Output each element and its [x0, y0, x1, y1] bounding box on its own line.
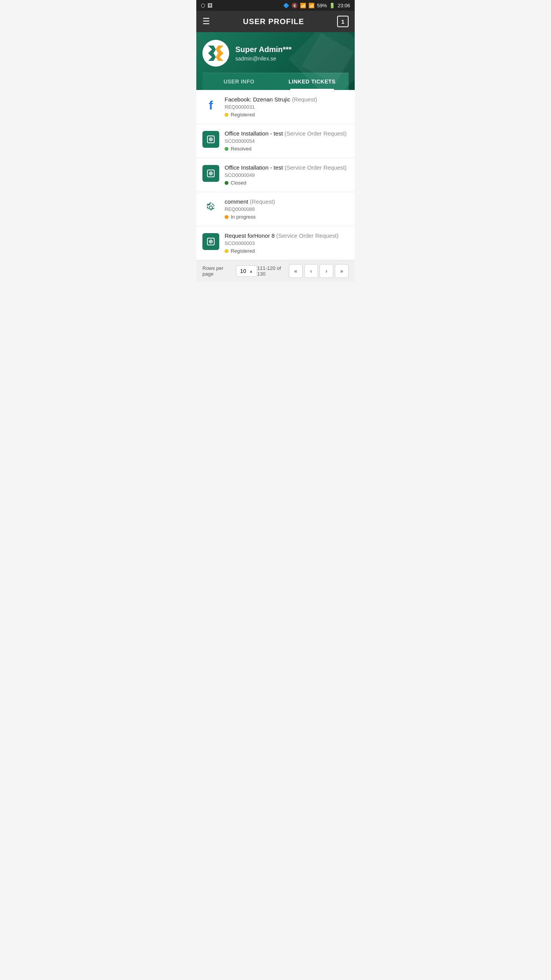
profile-info: Super Admin*** sadmin@nilex.se: [202, 40, 349, 67]
profile-text: Super Admin*** sadmin@nilex.se: [235, 45, 292, 62]
status-right-icons: 🔷 🔇 📶 📶 59% 🔋 23:06: [283, 3, 350, 8]
app-icon-2: 🖼: [207, 3, 212, 8]
ticket-id: REQ0000031: [225, 104, 349, 110]
rows-per-page-select[interactable]: 10 ▲: [236, 265, 257, 277]
app-bar: ☰ USER PROFILE 1: [196, 11, 355, 32]
service-order-icon: [202, 165, 219, 182]
list-item[interactable]: Request forHonor 8 (Service Order Reques…: [196, 226, 355, 260]
profile-name: Super Admin***: [235, 45, 292, 54]
wifi-icon: 📶: [300, 3, 306, 8]
rows-value: 10: [240, 268, 246, 274]
tabs: USER INFO LINKED TICKETS: [202, 73, 349, 90]
ticket-content: comment (Request) REQ0000089 In progress: [225, 198, 349, 220]
ticket-content: Office Installation - test (Service Orde…: [225, 164, 349, 186]
prev-page-button[interactable]: ‹: [304, 264, 318, 278]
app-bar-title: USER PROFILE: [243, 17, 304, 26]
ticket-title: Office Installation - test (Service Orde…: [225, 130, 349, 137]
mute-icon: 🔇: [292, 3, 298, 8]
next-page-button[interactable]: ›: [320, 264, 333, 278]
rows-per-page: Rows per page 10 ▲: [202, 265, 257, 277]
status-dot: [225, 113, 228, 117]
ticket-status: Resolved: [225, 146, 349, 152]
rows-per-page-label: Rows per page: [202, 265, 233, 277]
status-label: Registered: [231, 112, 255, 118]
ticket-list: f Facebook: Dzenan Strujic (Request) REQ…: [196, 90, 355, 260]
list-item[interactable]: Office Installation - test (Service Orde…: [196, 158, 355, 192]
status-label: Resolved: [231, 146, 251, 152]
status-dot: [225, 181, 228, 185]
status-label: Closed: [231, 180, 246, 186]
rows-arrow-icon: ▲: [249, 269, 253, 273]
pagination-buttons: « ‹ › »: [289, 264, 349, 278]
svg-point-13: [210, 241, 212, 242]
status-label: Registered: [231, 248, 255, 254]
battery-icon: 🔋: [329, 3, 335, 8]
status-bar: ⬡ 🖼 🔷 🔇 📶 📶 59% 🔋 23:06: [196, 0, 355, 11]
profile-email: sadmin@nilex.se: [235, 56, 292, 62]
status-left-icons: ⬡ 🖼: [201, 3, 212, 8]
ticket-title: Request forHonor 8 (Service Order Reques…: [225, 232, 349, 239]
tab-linked-tickets[interactable]: LINKED TICKETS: [276, 73, 349, 90]
ticket-title: comment (Request): [225, 198, 349, 205]
ticket-status: In progress: [225, 214, 349, 220]
ticket-content: Request forHonor 8 (Service Order Reques…: [225, 232, 349, 254]
list-item[interactable]: f Facebook: Dzenan Strujic (Request) REQ…: [196, 90, 355, 124]
last-page-button[interactable]: »: [335, 264, 349, 278]
app-icon-1: ⬡: [201, 3, 205, 8]
service-order-icon: [202, 131, 219, 148]
tab-user-info[interactable]: USER INFO: [202, 73, 276, 90]
status-dot: [225, 215, 228, 219]
avatar: [202, 40, 229, 67]
svg-point-7: [210, 139, 212, 140]
ticket-title: Facebook: Dzenan Strujic (Request): [225, 96, 349, 103]
notification-badge[interactable]: 1: [337, 16, 349, 27]
service-order-icon: [202, 233, 219, 250]
status-dot: [225, 249, 228, 253]
list-item[interactable]: comment (Request) REQ0000089 In progress: [196, 192, 355, 226]
gear-icon: [202, 199, 219, 216]
status-label: In progress: [231, 214, 256, 220]
ticket-status: Closed: [225, 180, 349, 186]
ticket-id: SCO0000003: [225, 240, 349, 246]
ticket-title: Office Installation - test (Service Orde…: [225, 164, 349, 171]
status-dot: [225, 147, 228, 151]
ticket-content: Facebook: Dzenan Strujic (Request) REQ00…: [225, 96, 349, 118]
ticket-content: Office Installation - test (Service Orde…: [225, 130, 349, 152]
pagination-range: 111-120 of 130: [257, 265, 289, 277]
ticket-id: REQ0000089: [225, 206, 349, 212]
menu-icon[interactable]: ☰: [202, 16, 210, 26]
ticket-id: SCO0000054: [225, 138, 349, 144]
facebook-icon: f: [202, 97, 219, 114]
profile-header: Super Admin*** sadmin@nilex.se USER INFO…: [196, 32, 355, 90]
ticket-status: Registered: [225, 248, 349, 254]
bluetooth-icon: 🔷: [283, 3, 289, 8]
pagination-footer: Rows per page 10 ▲ 111-120 of 130 « ‹ › …: [196, 260, 355, 282]
clock: 23:06: [337, 3, 350, 8]
list-item[interactable]: Office Installation - test (Service Orde…: [196, 124, 355, 158]
first-page-button[interactable]: «: [289, 264, 303, 278]
signal-icon: 📶: [308, 3, 315, 8]
battery-percentage: 59%: [317, 3, 327, 8]
ticket-id: SCO0000049: [225, 172, 349, 178]
svg-point-10: [210, 173, 212, 174]
ticket-status: Registered: [225, 112, 349, 118]
